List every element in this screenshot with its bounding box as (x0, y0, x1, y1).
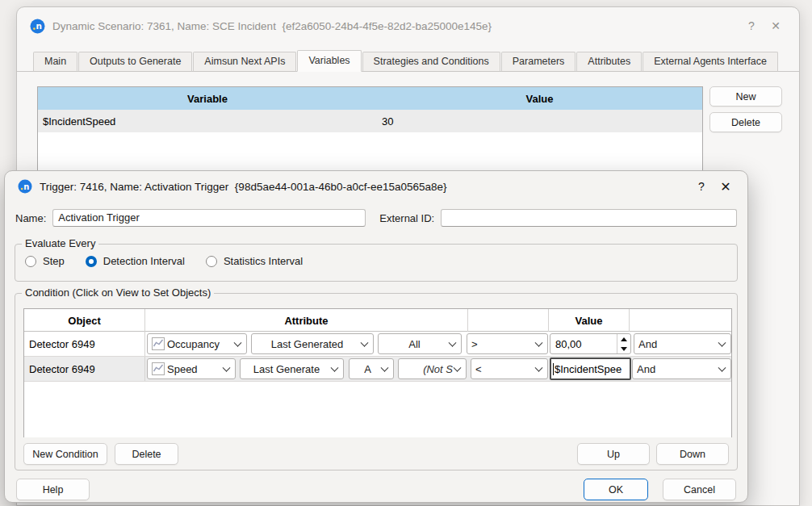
chevron-down-icon (535, 339, 543, 347)
radio-icon[interactable] (25, 256, 36, 267)
evaluate-every-group: Evaluate Every Step Detection Interval S… (15, 244, 738, 282)
tab-main[interactable]: Main (33, 52, 77, 72)
new-condition-button[interactable]: New Condition (23, 443, 107, 465)
radio-step[interactable]: Step (25, 255, 65, 267)
tab-parameters[interactable]: Parameters (501, 52, 576, 72)
chevron-down-icon (454, 364, 462, 372)
delete-variable-button[interactable]: Delete (709, 112, 782, 132)
aimsun-logo-icon: n (18, 179, 32, 194)
chevron-down-icon (718, 339, 726, 347)
operator-select[interactable]: < (471, 358, 548, 379)
value-input[interactable]: $IncidentSpee (550, 358, 631, 380)
chart-icon (152, 337, 165, 350)
delete-condition-button[interactable]: Delete (115, 443, 178, 465)
column-header-value[interactable]: Value (377, 87, 702, 110)
variable-value-cell[interactable]: 30 (377, 115, 702, 128)
trigger-titlebar[interactable]: n Trigger: 7416, Name: Activation Trigge… (5, 171, 747, 202)
svg-text:n: n (23, 182, 29, 191)
dialog-title: Dynamic Scenario: 7361, Name: SCE Incide… (52, 20, 739, 32)
radio-detection-interval[interactable]: Detection Interval (86, 255, 185, 267)
object-cell[interactable]: Detector 6949 (24, 357, 145, 381)
radio-statistics-interval[interactable]: Statistics Interval (206, 255, 303, 267)
cancel-button[interactable]: Cancel (663, 479, 736, 500)
scope-select[interactable]: All (378, 333, 462, 354)
variable-name-cell[interactable]: $IncidentSpeed (38, 115, 377, 128)
column-header-variable[interactable]: Variable (38, 87, 377, 110)
chevron-down-icon (234, 339, 242, 347)
dialog-title: Trigger: 7416, Name: Activation Trigger … (40, 181, 689, 193)
column-header-attribute[interactable]: Attribute (145, 309, 468, 332)
spin-down-icon[interactable] (617, 344, 630, 353)
radio-selected-icon[interactable] (86, 256, 97, 267)
evaluate-every-legend: Evaluate Every (22, 237, 98, 249)
text-caret (553, 363, 554, 375)
help-icon[interactable]: ? (689, 180, 714, 193)
chevron-down-icon (331, 364, 339, 372)
aimsun-logo-icon: n (30, 19, 45, 34)
chevron-down-icon (361, 339, 369, 347)
condition-row-1[interactable]: Detector 6949 Occupancy Last Generated A… (24, 332, 731, 357)
new-variable-button[interactable]: New (709, 86, 782, 107)
tab-outputs-to-generate[interactable]: Outputs to Generate (78, 52, 192, 72)
close-icon[interactable]: ✕ (714, 179, 738, 194)
help-icon[interactable]: ? (739, 19, 764, 32)
name-label: Name: (15, 212, 46, 224)
logic-select[interactable]: And (634, 333, 731, 354)
value-spinbox[interactable]: 80,00 (550, 333, 631, 354)
tab-aimsun-next-apis[interactable]: Aimsun Next APIs (193, 52, 296, 72)
operator-select[interactable]: > (467, 333, 548, 354)
close-icon[interactable]: ✕ (764, 19, 788, 32)
aggregation-select[interactable]: Last Generate (240, 358, 344, 379)
trigger-dialog: n Trigger: 7416, Name: Activation Trigge… (4, 170, 748, 503)
variables-table-header: Variable Value (38, 87, 702, 110)
dynamic-scenario-titlebar[interactable]: n Dynamic Scenario: 7361, Name: SCE Inci… (17, 7, 799, 44)
radio-icon[interactable] (206, 256, 217, 267)
external-id-label: External ID: (379, 212, 434, 224)
ok-button[interactable]: OK (584, 479, 648, 500)
radio-step-label: Step (43, 255, 65, 267)
scope-select[interactable]: A (349, 358, 394, 379)
help-button[interactable]: Help (16, 479, 90, 500)
scenario-tabbar: Main Outputs to Generate Aimsun Next API… (17, 50, 799, 72)
tab-attributes[interactable]: Attributes (576, 52, 642, 72)
chevron-down-icon (381, 364, 389, 372)
chevron-down-icon (535, 364, 543, 372)
down-button[interactable]: Down (656, 443, 729, 465)
up-button[interactable]: Up (577, 443, 650, 465)
column-header-logic[interactable] (630, 309, 733, 332)
condition-group: Condition (Click on View to Set Objects)… (15, 293, 738, 470)
aggregation-select[interactable]: Last Generated (251, 333, 374, 354)
attribute-select[interactable]: Occupancy (147, 333, 247, 354)
chevron-down-icon (223, 364, 231, 372)
column-header-operator[interactable] (468, 309, 549, 332)
chart-icon (152, 362, 165, 375)
tab-variables[interactable]: Variables (297, 50, 361, 72)
tab-strategies-and-conditions[interactable]: Strategies and Conditions (362, 52, 500, 72)
condition-legend: Condition (Click on View to Set Objects) (22, 286, 214, 299)
logic-select[interactable]: And (632, 358, 731, 379)
chevron-down-icon (449, 339, 457, 347)
object-cell[interactable]: Detector 6949 (24, 332, 145, 356)
spinner-buttons[interactable] (617, 334, 630, 353)
column-header-object[interactable]: Object (24, 309, 145, 332)
name-input[interactable]: Activation Trigger (52, 209, 366, 227)
column-header-value[interactable]: Value (549, 309, 630, 332)
external-id-input[interactable] (441, 209, 737, 227)
condition-table[interactable]: Object Attribute Value Detector 6949 Occ… (23, 308, 732, 437)
table-empty-area (24, 382, 731, 437)
table-row[interactable]: $IncidentSpeed 30 (38, 110, 702, 132)
notset-select[interactable]: (Not S (398, 358, 467, 379)
chevron-down-icon (718, 364, 726, 372)
radio-detection-interval-label: Detection Interval (103, 255, 185, 267)
condition-row-2[interactable]: Detector 6949 Speed Last Generate A (Not… (24, 357, 731, 382)
attribute-select[interactable]: Speed (147, 358, 236, 379)
svg-text:n: n (36, 21, 42, 31)
tab-external-agents-interface[interactable]: External Agents Interface (642, 52, 778, 72)
spin-up-icon[interactable] (617, 334, 630, 344)
radio-statistics-interval-label: Statistics Interval (224, 255, 303, 267)
condition-table-header: Object Attribute Value (24, 309, 731, 332)
